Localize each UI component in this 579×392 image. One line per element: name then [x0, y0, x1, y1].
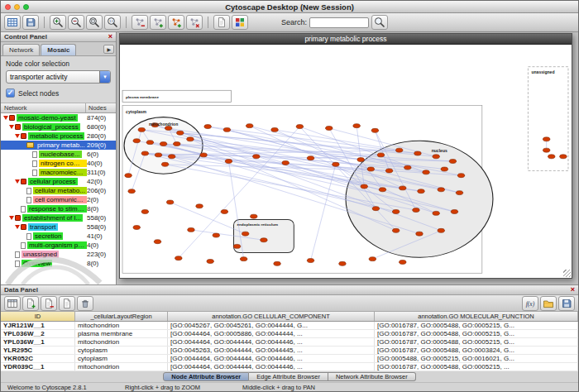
- network-node[interactable]: [404, 165, 411, 170]
- network-node[interactable]: [175, 256, 182, 261]
- column-header[interactable]: annotation.GO MOLECULAR_FUNCTION: [375, 312, 578, 321]
- tab-scroll-right-button[interactable]: ▶: [103, 45, 114, 54]
- zoom-selected-button[interactable]: 1:1: [104, 15, 121, 30]
- network-node[interactable]: [261, 238, 267, 242]
- tab-node-attribute-browser[interactable]: Node Attribute Browser: [163, 372, 249, 381]
- tree-item-transport[interactable]: transport558(0): [1, 222, 116, 232]
- delete-attribute-button[interactable]: [41, 296, 57, 311]
- tab-edge-attribute-browser[interactable]: Edge Attribute Browser: [249, 372, 328, 381]
- network-node[interactable]: [168, 155, 175, 159]
- network-node[interactable]: [207, 260, 213, 264]
- network-node[interactable]: [560, 155, 567, 159]
- tree-item-cellular-metabo[interactable]: cellular metabo...206(0): [1, 186, 116, 195]
- network-node[interactable]: [225, 160, 232, 164]
- tab-network-attribute-browser[interactable]: Network Attribute Browser: [328, 372, 416, 381]
- vizmapper-button[interactable]: [232, 15, 248, 30]
- node-color-select[interactable]: transporter activity ▼: [6, 70, 111, 84]
- network-frame-title[interactable]: primary metabolic process: [120, 34, 572, 45]
- network-node[interactable]: [128, 189, 135, 194]
- expander-icon[interactable]: [8, 122, 15, 131]
- tree-item-response-to-stimu[interactable]: response to stimu...8(0): [1, 204, 116, 213]
- select-attributes-button[interactable]: [4, 296, 21, 311]
- network-node[interactable]: [253, 155, 260, 159]
- column-header[interactable]: ID: [1, 312, 75, 321]
- network-node[interactable]: [326, 127, 333, 131]
- network-node[interactable]: [200, 153, 207, 157]
- hide-selected-button[interactable]: [132, 15, 148, 30]
- data-panel-close-icon[interactable]: ×: [571, 286, 575, 294]
- network-canvas[interactable]: plasma membranecytoplasmunassignedendopl…: [120, 45, 572, 278]
- network-node[interactable]: [274, 261, 280, 265]
- network-node[interactable]: [456, 191, 462, 195]
- table-row[interactable]: YPL036W__2plasma membrane[GO:0044464, GO…: [1, 330, 578, 338]
- expander-icon[interactable]: [8, 213, 15, 222]
- network-node[interactable]: [353, 124, 360, 128]
- network-node[interactable]: [438, 188, 444, 192]
- network-node[interactable]: [187, 137, 194, 141]
- network-node[interactable]: [392, 209, 399, 213]
- tree-item-secretion[interactable]: secretion41(0): [1, 232, 116, 241]
- network-node[interactable]: [240, 257, 246, 261]
- network-node[interactable]: [282, 160, 289, 165]
- column-header[interactable]: _cellularLayoutRegion: [75, 312, 168, 321]
- network-node[interactable]: [369, 257, 376, 261]
- network-node[interactable]: [161, 162, 168, 166]
- expander-icon[interactable]: [14, 131, 21, 141]
- tree-item-primary-metab[interactable]: primary metab...209(0): [1, 141, 116, 150]
- network-node[interactable]: [371, 128, 378, 132]
- search-options-button[interactable]: [371, 15, 388, 30]
- network-node[interactable]: [204, 125, 211, 129]
- export-attributes-button[interactable]: [558, 296, 575, 311]
- network-node[interactable]: [307, 156, 313, 160]
- network-node[interactable]: [165, 127, 171, 131]
- network-node[interactable]: [414, 151, 421, 155]
- create-attribute-button[interactable]: [22, 296, 39, 311]
- show-all-button[interactable]: [150, 15, 166, 30]
- network-node[interactable]: [400, 186, 406, 190]
- tree-item-cell-communica[interactable]: cell communica...2(0): [1, 195, 116, 204]
- network-node[interactable]: [133, 139, 140, 143]
- network-node[interactable]: [372, 207, 379, 211]
- tree-item-biological-process[interactable]: biological_process680(0): [1, 122, 116, 131]
- table-row[interactable]: YPL036W__1mitochondrion[GO:0044464, GO:0…: [1, 338, 578, 347]
- network-node[interactable]: [213, 233, 219, 237]
- network-node[interactable]: [307, 259, 313, 263]
- network-node[interactable]: [339, 261, 346, 265]
- network-node[interactable]: [543, 137, 549, 141]
- network-node[interactable]: [543, 148, 549, 152]
- control-panel-close-icon[interactable]: ×: [108, 33, 112, 41]
- network-node[interactable]: [451, 209, 457, 213]
- network-node[interactable]: [441, 167, 447, 171]
- table-row[interactable]: YDR039C__1mitochondrion[GO:0044464, GO:0…: [1, 363, 578, 371]
- network-node[interactable]: [433, 211, 439, 215]
- network-node[interactable]: [160, 142, 166, 146]
- network-node[interactable]: [141, 151, 148, 155]
- table-row[interactable]: YLR295Ccytoplasm[GO:0045263, GO:0044444,…: [1, 347, 578, 355]
- network-node[interactable]: [271, 127, 278, 131]
- network-node[interactable]: [395, 148, 402, 152]
- network-node[interactable]: [333, 162, 339, 166]
- resize-grip-icon[interactable]: [563, 270, 571, 277]
- tab-mosaic[interactable]: Mosaic: [41, 44, 76, 55]
- network-node[interactable]: [146, 141, 153, 145]
- network-node[interactable]: [166, 200, 173, 204]
- zoom-fit-button[interactable]: [86, 15, 103, 30]
- network-node[interactable]: [246, 124, 252, 128]
- tree-item-macromolecule[interactable]: macromolecule...311(0): [1, 168, 116, 177]
- expander-icon[interactable]: [2, 113, 9, 122]
- network-node[interactable]: [361, 184, 367, 189]
- network-node[interactable]: [449, 160, 456, 164]
- network-node[interactable]: [367, 167, 374, 171]
- network-node[interactable]: [413, 208, 419, 213]
- network-node[interactable]: [138, 127, 145, 131]
- rename-attribute-button[interactable]: [59, 296, 75, 311]
- tree-item-nitrogen-compo[interactable]: nitrogen compo...40(0): [1, 159, 116, 168]
- annotation-button[interactable]: [213, 15, 230, 30]
- tree-item-metabolic-process[interactable]: metabolic process280(0): [1, 131, 116, 141]
- table-row[interactable]: YJR121W__1mitochondrion[GO:0045267, GO:0…: [1, 322, 578, 330]
- network-node[interactable]: [548, 155, 554, 159]
- tree-item-mosaic-demo-yeast[interactable]: mosaic-demo-yeast874(0): [1, 113, 116, 122]
- tree-item-cellular-process[interactable]: cellular process42(0): [1, 177, 116, 186]
- import-attributes-button[interactable]: [540, 296, 557, 311]
- network-node[interactable]: [385, 169, 392, 173]
